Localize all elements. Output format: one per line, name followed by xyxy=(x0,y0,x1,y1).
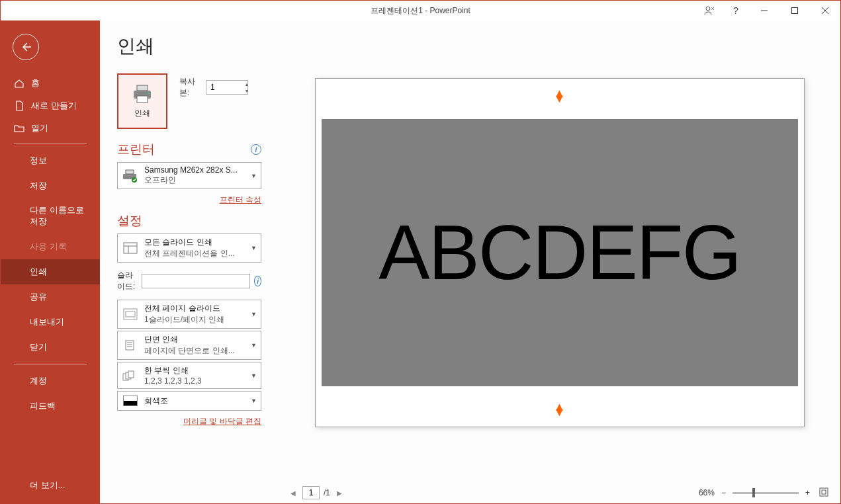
sidebar-feedback[interactable]: 피드백 xyxy=(1,394,100,419)
minimize-button[interactable] xyxy=(749,1,779,21)
sidebar-open[interactable]: 열기 xyxy=(1,117,100,140)
settings-section-title: 설정 xyxy=(117,212,142,230)
sidebar-print[interactable]: 인쇄 xyxy=(1,259,100,284)
collate-dropdown[interactable]: 한 부씩 인쇄 1,2,3 1,2,3 1,2,3 ▼ xyxy=(117,362,261,389)
fit-to-window-button[interactable] xyxy=(817,487,831,499)
svg-rect-6 xyxy=(137,85,148,91)
svg-rect-16 xyxy=(126,312,135,317)
svg-rect-17 xyxy=(126,341,134,350)
separator xyxy=(14,364,87,364)
window-title: 프레젠테이션1 - PowerPoint xyxy=(371,5,470,17)
collated-icon xyxy=(122,370,139,382)
close-button[interactable] xyxy=(810,1,840,21)
copies-input[interactable] xyxy=(206,80,248,95)
chevron-down-icon: ▼ xyxy=(251,245,257,251)
svg-point-0 xyxy=(706,7,710,11)
slides-range-label: 슬라이드: xyxy=(117,270,138,292)
body: 홈 새로 만들기 열기 정보 저장 다른 이름으로 저장 사용 기록 인쇄 공유… xyxy=(1,21,840,503)
document-icon xyxy=(14,101,24,111)
preview-column: ▲▼ ABCDEFG ▲▼ ◀ /1 ▶ 66% − xyxy=(279,21,840,503)
info-icon[interactable]: i xyxy=(254,276,261,286)
settings-stack: 모든 슬라이드 인쇄 전체 프레젠테이션을 인... ▼ 슬라이드: i 전 xyxy=(117,233,261,411)
svg-rect-24 xyxy=(820,488,828,496)
sidebar-new[interactable]: 새로 만들기 xyxy=(1,95,100,117)
header-footer-link[interactable]: 머리글 및 바닥글 편집 xyxy=(183,417,261,426)
print-button-label: 인쇄 xyxy=(134,108,150,119)
folder-open-icon xyxy=(14,123,24,134)
margin-handle-top[interactable]: ▲▼ xyxy=(554,91,566,101)
slides-range-row: 슬라이드: i xyxy=(117,270,261,292)
zoom-out-button[interactable]: − xyxy=(719,488,729,497)
slides-all-icon xyxy=(122,242,139,254)
sidebar-save[interactable]: 저장 xyxy=(1,173,100,198)
help-button[interactable]: ? xyxy=(723,1,749,21)
sidebar-account[interactable]: 계정 xyxy=(1,368,100,394)
chevron-down-icon: ▼ xyxy=(251,398,257,404)
maximize-button[interactable] xyxy=(779,1,810,21)
slide-text: ABCDEFG xyxy=(378,208,740,297)
back-button[interactable] xyxy=(13,34,39,60)
printer-section-title: 프린터 xyxy=(117,141,155,158)
printer-status: 오프라인 xyxy=(144,175,245,186)
chevron-down-icon: ▼ xyxy=(251,173,257,179)
preview-area: ▲▼ ABCDEFG ▲▼ xyxy=(279,21,840,485)
copies-control: 복사본: ▲▼ xyxy=(179,76,261,99)
main-area: 인쇄 인쇄 복사본: ▲▼ xyxy=(100,21,840,503)
page-total: /1 xyxy=(324,488,330,497)
sidebar-more[interactable]: 더 보기... xyxy=(1,473,100,503)
home-icon xyxy=(14,78,24,89)
prev-page-button[interactable]: ◀ xyxy=(288,489,298,497)
print-settings-panel: 인쇄 인쇄 복사본: ▲▼ xyxy=(100,21,279,503)
zoom-in-button[interactable]: + xyxy=(803,488,813,497)
preview-footer: ◀ /1 ▶ 66% − + xyxy=(279,485,840,503)
print-action-row: 인쇄 복사본: ▲▼ xyxy=(117,73,261,129)
sides-dropdown[interactable]: 단면 인쇄 페이지에 단면으로 인쇄... ▼ xyxy=(117,331,261,360)
svg-rect-10 xyxy=(126,170,134,174)
chevron-down-icon: ▼ xyxy=(251,342,257,349)
chevron-down-icon: ▼ xyxy=(251,311,257,317)
chevron-down-icon: ▼ xyxy=(251,372,257,379)
sidebar-close[interactable]: 닫기 xyxy=(1,335,100,360)
svg-rect-12 xyxy=(124,243,137,253)
next-page-button[interactable]: ▶ xyxy=(334,489,345,497)
info-icon[interactable]: i xyxy=(251,144,261,155)
account-icon[interactable] xyxy=(696,1,723,21)
copies-label: 복사본: xyxy=(179,76,200,99)
svg-rect-23 xyxy=(128,371,134,378)
margin-handle-bottom[interactable]: ▲▼ xyxy=(554,404,566,415)
printer-name: Samsung M262x 282x S... xyxy=(144,165,245,175)
svg-rect-2 xyxy=(792,8,798,14)
sidebar-home[interactable]: 홈 xyxy=(1,72,100,95)
print-button[interactable]: 인쇄 xyxy=(117,73,167,129)
printer-properties-link[interactable]: 프린터 속성 xyxy=(220,195,261,204)
backstage-sidebar: 홈 새로 만들기 열기 정보 저장 다른 이름으로 저장 사용 기록 인쇄 공유… xyxy=(1,21,100,503)
zoom-slider[interactable] xyxy=(732,492,799,494)
grayscale-icon xyxy=(122,396,139,406)
sidebar-export[interactable]: 내보내기 xyxy=(1,310,100,335)
copies-spinner[interactable]: ▲▼ xyxy=(243,81,251,94)
preview-page: ▲▼ ABCDEFG ▲▼ xyxy=(315,78,805,427)
sidebar-share[interactable]: 공유 xyxy=(1,284,100,310)
sidebar-save-as[interactable]: 다른 이름으로 저장 xyxy=(1,198,100,234)
page-number-input[interactable] xyxy=(302,486,320,499)
printer-section-header: 프린터 i xyxy=(117,141,261,158)
window-controls: ? xyxy=(696,1,840,21)
settings-section-header: 설정 xyxy=(117,212,261,230)
sidebar-info[interactable]: 정보 xyxy=(1,148,100,173)
preview-slide: ABCDEFG xyxy=(322,119,798,386)
slides-range-input[interactable] xyxy=(142,274,250,288)
color-dropdown[interactable]: 회색조 ▼ xyxy=(117,391,261,411)
layout-dropdown[interactable]: 전체 페이지 슬라이드 1슬라이드/페이지 인쇄 ▼ xyxy=(117,300,261,329)
print-what-dropdown[interactable]: 모든 슬라이드 인쇄 전체 프레젠테이션을 인... ▼ xyxy=(117,233,261,263)
app-window: 프레젠테이션1 - PowerPoint ? 홈 새로 만들기 xyxy=(0,0,841,504)
titlebar: 프레젠테이션1 - PowerPoint ? xyxy=(1,1,840,21)
one-sided-icon xyxy=(122,339,139,351)
printer-dropdown[interactable]: Samsung M262x 282x S... 오프라인 ▼ xyxy=(117,162,261,189)
separator xyxy=(14,144,87,144)
printer-icon xyxy=(131,84,154,104)
zoom-level: 66% xyxy=(699,488,715,497)
svg-rect-25 xyxy=(822,490,826,494)
svg-point-8 xyxy=(147,92,149,94)
printer-status-icon xyxy=(122,169,139,183)
full-page-icon xyxy=(122,308,139,320)
